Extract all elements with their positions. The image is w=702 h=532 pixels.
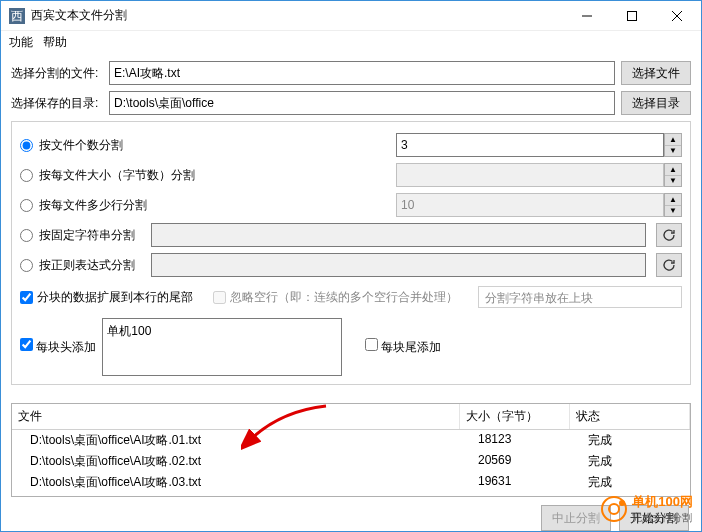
result-grid: 文件 大小（字节） 状态 D:\tools\桌面\office\AI攻略.01.… — [11, 403, 691, 497]
fixed-refresh-button[interactable] — [656, 223, 682, 247]
skip-blank-checkbox — [213, 291, 226, 304]
mode-by-regex-label: 按正则表达式分割 — [39, 257, 135, 274]
cell-file: D:\tools\桌面\office\AI攻略.01.txt — [12, 430, 460, 451]
close-button[interactable] — [654, 1, 699, 30]
mode-by-lines-label: 按每文件多少行分割 — [39, 197, 147, 214]
mode-by-regex-radio[interactable] — [20, 259, 33, 272]
mode-by-fixed-label: 按固定字符串分割 — [39, 227, 135, 244]
head-append-label: 每块头添加 — [36, 340, 96, 354]
app-icon: 西 — [9, 8, 25, 24]
browse-dir-button[interactable]: 选择目录 — [621, 91, 691, 115]
lines-spinner: ▲▼ — [664, 193, 682, 217]
head-append-checkbox[interactable] — [20, 338, 33, 351]
table-row[interactable]: D:\tools\桌面\office\AI攻略.01.txt18123完成 — [12, 430, 690, 451]
fixed-string-field — [151, 223, 646, 247]
menu-help[interactable]: 帮助 — [43, 34, 67, 51]
tail-append-checkbox[interactable] — [365, 338, 378, 351]
cell-status: 完成 — [570, 451, 690, 472]
cell-size: 18123 — [460, 430, 570, 451]
dest-dir-field[interactable] — [109, 91, 615, 115]
mode-by-lines-radio[interactable] — [20, 199, 33, 212]
cell-file: D:\tools\桌面\office\AI攻略.03.txt — [12, 472, 460, 493]
titlebar: 西 西宾文本文件分割 — [1, 1, 701, 31]
col-status[interactable]: 状态 — [570, 404, 690, 429]
regex-field — [151, 253, 646, 277]
select-file-label: 选择分割的文件: — [11, 65, 103, 82]
minimize-button[interactable] — [564, 1, 609, 30]
expand-tail-label: 分块的数据扩展到本行的尾部 — [37, 289, 193, 306]
skip-blank-label: 忽略空行（即：连续的多个空行合并处理） — [230, 289, 458, 306]
sep-place-select: 分割字符串放在上块 — [478, 286, 682, 308]
table-row[interactable]: D:\tools\桌面\office\AI攻略.03.txt19631完成 — [12, 472, 690, 493]
mode-by-bytes-label: 按每文件大小（字节数）分割 — [39, 167, 195, 184]
mode-by-count-radio[interactable] — [20, 139, 33, 152]
mode-by-bytes-radio[interactable] — [20, 169, 33, 182]
menubar: 功能 帮助 — [1, 31, 701, 53]
svg-rect-3 — [627, 11, 636, 20]
svg-text:西: 西 — [11, 9, 23, 23]
chevron-up-icon: ▲ — [665, 134, 681, 146]
split-mode-panel: 按文件个数分割 ▲▼ 按每文件大小（字节数）分割 ▲▼ 按每文件多少行分割 ▲▼… — [11, 121, 691, 385]
lines-value-field — [396, 193, 664, 217]
start-button[interactable]: 开始分割 — [619, 505, 689, 531]
tail-append-label: 每块尾添加 — [381, 340, 441, 354]
bytes-value-field — [396, 163, 664, 187]
browse-file-button[interactable]: 选择文件 — [621, 61, 691, 85]
head-text-field[interactable] — [102, 318, 342, 376]
window-title: 西宾文本文件分割 — [31, 7, 564, 24]
bytes-spinner: ▲▼ — [664, 163, 682, 187]
col-size[interactable]: 大小（字节） — [460, 404, 570, 429]
mode-by-count-label: 按文件个数分割 — [39, 137, 123, 154]
col-file[interactable]: 文件 — [12, 404, 460, 429]
regex-refresh-button[interactable] — [656, 253, 682, 277]
cell-size: 19631 — [460, 472, 570, 493]
expand-tail-checkbox[interactable] — [20, 291, 33, 304]
abort-button: 中止分割 — [541, 505, 611, 531]
cell-status: 完成 — [570, 472, 690, 493]
maximize-button[interactable] — [609, 1, 654, 30]
select-dir-label: 选择保存的目录: — [11, 95, 103, 112]
cell-size: 20569 — [460, 451, 570, 472]
source-file-field[interactable] — [109, 61, 615, 85]
cell-file: D:\tools\桌面\office\AI攻略.02.txt — [12, 451, 460, 472]
count-value-field[interactable] — [396, 133, 664, 157]
count-spinner[interactable]: ▲▼ — [664, 133, 682, 157]
table-row[interactable]: D:\tools\桌面\office\AI攻略.02.txt20569完成 — [12, 451, 690, 472]
cell-status: 完成 — [570, 430, 690, 451]
mode-by-fixed-radio[interactable] — [20, 229, 33, 242]
menu-function[interactable]: 功能 — [9, 34, 33, 51]
chevron-down-icon: ▼ — [665, 146, 681, 157]
